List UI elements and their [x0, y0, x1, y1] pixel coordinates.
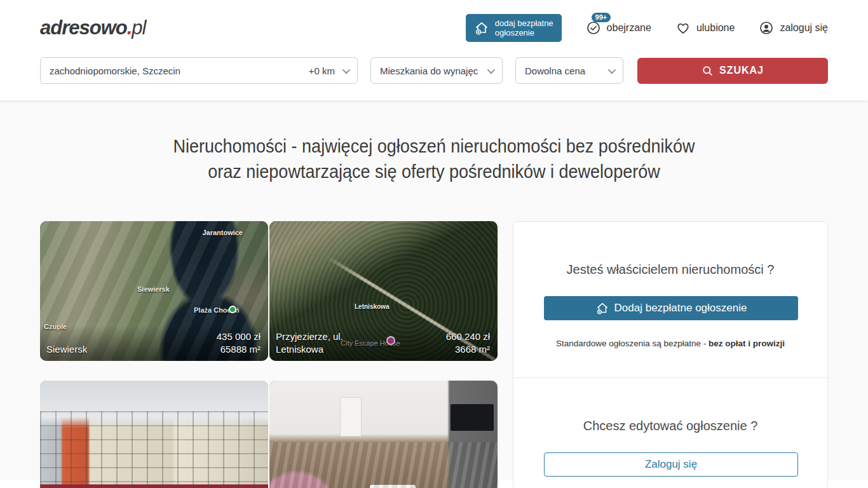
search-icon	[702, 65, 714, 77]
listing-area: 65888 m²	[217, 343, 261, 356]
cabinet-shape	[340, 397, 362, 437]
top-header: adresowo.pl dodaj bezpłatne ogłoszenie 9…	[0, 0, 868, 53]
sidebar-add-listing-button[interactable]: Dodaj bezpłatne ogłoszenie	[544, 296, 798, 320]
search-bar: zachodniopomorskie, Szczecin +0 km Miesz…	[0, 53, 868, 100]
map-label: Jarantowice	[202, 229, 243, 236]
site-logo[interactable]: adresowo.pl	[40, 17, 146, 39]
house-plus-icon	[595, 301, 609, 315]
tv-shape	[451, 404, 494, 431]
page-title-line1: Nieruchomości - najwięcej ogłoszeń nieru…	[43, 133, 824, 159]
category-value: Mieszkania do wynajęc	[380, 65, 478, 76]
edit-section: Chcesz edytować ogłoszenie ? Zaloguj się…	[513, 378, 827, 488]
login-link[interactable]: zaloguj się	[759, 20, 828, 36]
user-icon	[759, 20, 774, 36]
listing-card[interactable]: Jarantowice Siewiersk Plaża Choceń Czupl…	[40, 221, 268, 361]
owner-sidebar: Jesteś właścicielem nieruchomości ? Doda…	[513, 221, 828, 488]
house-plus-icon	[474, 20, 489, 36]
price-select[interactable]: Dowolna cena	[515, 57, 623, 84]
heart-icon	[675, 20, 691, 36]
chevron-down-icon	[608, 65, 616, 74]
radius-select[interactable]: +0 km	[309, 65, 348, 76]
logo-name: adresowo	[40, 17, 127, 39]
listing-location: Siewiersk	[46, 343, 87, 356]
listing-photo-buildings	[40, 381, 268, 488]
map-label: Letniskowa	[355, 303, 389, 310]
listing-location-line2: Letniskowa	[276, 343, 343, 356]
sidebar-login-button[interactable]: Zaloguj się	[544, 452, 798, 477]
sidebar-login-label: Zaloguj się	[645, 458, 697, 471]
viewed-count-badge: 99+	[592, 13, 611, 22]
main-content: Nieruchomości - najwięcej ogłoszeń nieru…	[0, 100, 868, 480]
listing-photo-interior	[269, 381, 498, 488]
map-label: Siewiersk	[137, 285, 170, 293]
chevron-down-icon	[487, 65, 496, 74]
table-shape	[370, 485, 416, 488]
search-button-label: SZUKAJ	[719, 65, 764, 76]
add-listing-button[interactable]: dodaj bezpłatne ogłoszenie	[466, 14, 562, 42]
favorites-link[interactable]: ulubione	[675, 20, 735, 36]
listing-overlay: Siewiersk 435 000 zł 65888 m²	[40, 325, 268, 361]
listing-area: 3668 m²	[446, 343, 490, 356]
owner-note: Standardowe ogłoszenia są bezpłatne - be…	[544, 339, 797, 348]
category-select[interactable]: Mieszkania do wynajęc	[370, 57, 503, 84]
check-circle-icon	[586, 20, 601, 36]
add-listing-label: dodaj bezpłatne ogłoszenie	[495, 18, 553, 37]
sidebar-add-listing-label: Dodaj bezpłatne ogłoszenie	[614, 302, 747, 315]
radius-value: +0 km	[309, 65, 335, 76]
header-actions: dodaj bezpłatne ogłoszenie 99+ obejrzane…	[466, 14, 828, 42]
favorites-label: ulubione	[696, 22, 735, 34]
listings-grid: Jarantowice Siewiersk Plaża Choceń Czupl…	[40, 221, 498, 488]
content-row: Jarantowice Siewiersk Plaża Choceń Czupl…	[0, 221, 868, 488]
listing-card[interactable]: Wola Zgłobieńska 890 000 zł	[269, 381, 498, 488]
viewed-link[interactable]: 99+ obejrzane	[586, 20, 651, 36]
page-title-line2: oraz niepowtarzające się oferty pośredni…	[43, 159, 824, 184]
page-title: Nieruchomości - najwięcej ogłoszeń nieru…	[43, 133, 824, 184]
chevron-down-icon	[342, 65, 351, 74]
location-value: zachodniopomorskie, Szczecin	[50, 65, 180, 76]
listing-location: Przyjezierze, ul.	[276, 330, 343, 343]
viewed-label: obejrzane	[607, 22, 651, 34]
listing-overlay: Przyjezierze, ul. Letniskowa 660 240 zł …	[269, 325, 498, 361]
price-value: Dowolna cena	[525, 65, 585, 76]
listing-card[interactable]: Letniskowa City Escape House Przyjezierz…	[269, 221, 498, 361]
login-label: zaloguj się	[780, 22, 828, 34]
logo-tld: pl	[132, 17, 146, 39]
listing-price: 435 000 zł	[217, 330, 261, 343]
listing-price: 660 240 zł	[446, 330, 490, 343]
owner-title: Jesteś właścicielem nieruchomości ?	[544, 262, 797, 277]
edit-title: Chcesz edytować ogłoszenie ?	[544, 419, 797, 433]
owner-section: Jesteś właścicielem nieruchomości ? Doda…	[513, 222, 827, 378]
search-button[interactable]: SZUKAJ	[637, 58, 828, 84]
map-marker-icon	[229, 306, 236, 313]
location-input[interactable]: zachodniopomorskie, Szczecin +0 km	[40, 57, 358, 84]
listing-card[interactable]: Lublin Śródmieście, ul. 545 000 zł	[40, 381, 268, 488]
